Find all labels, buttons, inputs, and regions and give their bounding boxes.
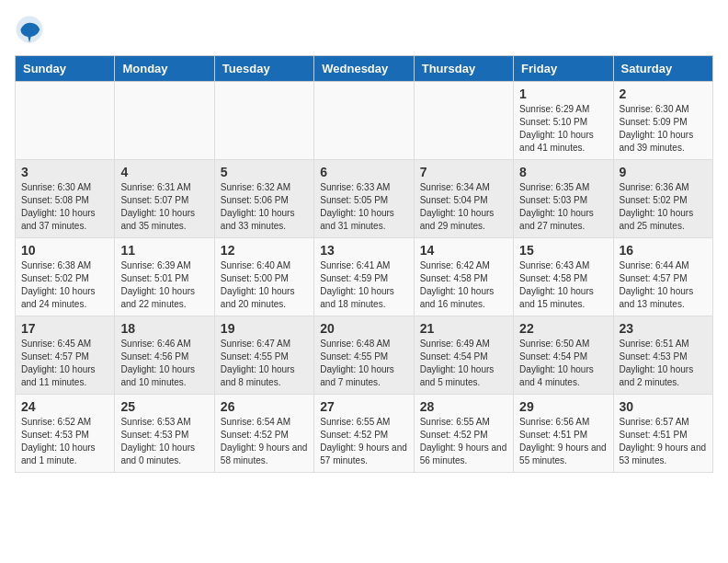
day-info: Sunrise: 6:42 AM Sunset: 4:58 PM Dayligh… [420,259,507,311]
calendar-cell: 7Sunrise: 6:34 AM Sunset: 5:04 PM Daylig… [414,160,513,238]
calendar-cell: 28Sunrise: 6:55 AM Sunset: 4:52 PM Dayli… [414,395,513,473]
day-info: Sunrise: 6:53 AM Sunset: 4:53 PM Dayligh… [120,416,208,467]
day-number: 6 [320,165,407,179]
calendar-cell [115,82,214,160]
day-header-friday: Friday [514,56,613,82]
day-info: Sunrise: 6:36 AM Sunset: 5:02 PM Dayligh… [620,181,707,233]
day-info: Sunrise: 6:55 AM Sunset: 4:52 PM Dayligh… [320,416,407,467]
calendar-cell: 22Sunrise: 6:50 AM Sunset: 4:54 PM Dayli… [514,316,613,395]
day-number: 7 [420,165,507,179]
day-number: 26 [221,399,308,414]
calendar-cell: 6Sunrise: 6:33 AM Sunset: 5:05 PM Daylig… [314,160,414,238]
day-info: Sunrise: 6:41 AM Sunset: 4:59 PM Dayligh… [320,259,407,311]
day-number: 16 [620,243,707,258]
day-info: Sunrise: 6:32 AM Sunset: 5:06 PM Dayligh… [221,181,308,233]
calendar-cell: 23Sunrise: 6:51 AM Sunset: 4:53 PM Dayli… [613,316,712,395]
day-number: 21 [420,321,507,336]
day-number: 25 [120,399,208,414]
calendar-cell: 17Sunrise: 6:45 AM Sunset: 4:57 PM Dayli… [16,316,115,395]
day-number: 1 [519,86,607,101]
calendar-cell [314,82,414,160]
day-header-saturday: Saturday [613,56,712,82]
calendar-cell: 2Sunrise: 6:30 AM Sunset: 5:09 PM Daylig… [613,82,712,160]
calendar-week-5: 24Sunrise: 6:52 AM Sunset: 4:53 PM Dayli… [16,395,713,473]
day-number: 5 [221,165,308,179]
day-number: 3 [21,165,108,179]
calendar-cell: 27Sunrise: 6:55 AM Sunset: 4:52 PM Dayli… [314,395,414,473]
day-info: Sunrise: 6:40 AM Sunset: 5:00 PM Dayligh… [221,259,308,311]
day-header-wednesday: Wednesday [314,56,414,82]
calendar-cell: 16Sunrise: 6:44 AM Sunset: 4:57 PM Dayli… [613,238,712,316]
calendar-cell: 4Sunrise: 6:31 AM Sunset: 5:07 PM Daylig… [115,160,214,238]
day-info: Sunrise: 6:31 AM Sunset: 5:07 PM Dayligh… [120,181,208,233]
day-number: 22 [519,321,607,336]
day-number: 18 [120,321,208,336]
day-info: Sunrise: 6:56 AM Sunset: 4:51 PM Dayligh… [519,416,607,467]
day-number: 8 [519,165,607,179]
day-number: 2 [620,86,707,101]
day-info: Sunrise: 6:47 AM Sunset: 4:55 PM Dayligh… [221,338,308,389]
page-header [15,15,713,44]
day-info: Sunrise: 6:54 AM Sunset: 4:52 PM Dayligh… [221,416,308,467]
calendar-cell: 10Sunrise: 6:38 AM Sunset: 5:02 PM Dayli… [16,238,115,316]
calendar-cell: 29Sunrise: 6:56 AM Sunset: 4:51 PM Dayli… [514,395,613,473]
day-info: Sunrise: 6:35 AM Sunset: 5:03 PM Dayligh… [519,181,607,233]
day-number: 12 [221,243,308,258]
calendar-header-row: SundayMondayTuesdayWednesdayThursdayFrid… [16,56,713,82]
day-info: Sunrise: 6:33 AM Sunset: 5:05 PM Dayligh… [320,181,407,233]
logo [15,15,48,44]
calendar-cell [214,82,313,160]
calendar-cell: 14Sunrise: 6:42 AM Sunset: 4:58 PM Dayli… [414,238,513,316]
day-info: Sunrise: 6:51 AM Sunset: 4:53 PM Dayligh… [620,338,707,389]
day-number: 24 [21,399,108,414]
calendar-cell: 8Sunrise: 6:35 AM Sunset: 5:03 PM Daylig… [514,160,613,238]
day-info: Sunrise: 6:48 AM Sunset: 4:55 PM Dayligh… [320,338,407,389]
day-info: Sunrise: 6:55 AM Sunset: 4:52 PM Dayligh… [420,416,507,467]
day-number: 15 [519,243,607,258]
calendar-cell [414,82,513,160]
day-info: Sunrise: 6:50 AM Sunset: 4:54 PM Dayligh… [519,338,607,389]
day-number: 28 [420,399,507,414]
calendar-cell: 9Sunrise: 6:36 AM Sunset: 5:02 PM Daylig… [613,160,712,238]
day-number: 30 [620,399,707,414]
day-info: Sunrise: 6:38 AM Sunset: 5:02 PM Dayligh… [21,259,108,311]
calendar-cell: 19Sunrise: 6:47 AM Sunset: 4:55 PM Dayli… [214,316,313,395]
day-info: Sunrise: 6:49 AM Sunset: 4:54 PM Dayligh… [420,338,507,389]
calendar-week-1: 1Sunrise: 6:29 AM Sunset: 5:10 PM Daylig… [16,82,713,160]
day-info: Sunrise: 6:45 AM Sunset: 4:57 PM Dayligh… [21,338,108,389]
day-number: 4 [120,165,208,179]
calendar-cell: 1Sunrise: 6:29 AM Sunset: 5:10 PM Daylig… [514,82,613,160]
day-info: Sunrise: 6:57 AM Sunset: 4:51 PM Dayligh… [620,416,707,467]
day-info: Sunrise: 6:39 AM Sunset: 5:01 PM Dayligh… [120,259,208,311]
day-info: Sunrise: 6:52 AM Sunset: 4:53 PM Dayligh… [21,416,108,467]
calendar-cell: 13Sunrise: 6:41 AM Sunset: 4:59 PM Dayli… [314,238,414,316]
logo-icon [15,15,44,44]
day-number: 13 [320,243,407,258]
calendar-week-3: 10Sunrise: 6:38 AM Sunset: 5:02 PM Dayli… [16,238,713,316]
calendar-cell [16,82,115,160]
day-header-sunday: Sunday [16,56,115,82]
day-info: Sunrise: 6:29 AM Sunset: 5:10 PM Dayligh… [519,103,607,155]
day-number: 19 [221,321,308,336]
day-number: 27 [320,399,407,414]
day-number: 10 [21,243,108,258]
calendar-cell: 12Sunrise: 6:40 AM Sunset: 5:00 PM Dayli… [214,238,313,316]
day-number: 9 [620,165,707,179]
day-info: Sunrise: 6:30 AM Sunset: 5:09 PM Dayligh… [620,103,707,155]
calendar-cell: 30Sunrise: 6:57 AM Sunset: 4:51 PM Dayli… [613,395,712,473]
day-number: 23 [620,321,707,336]
calendar-cell: 15Sunrise: 6:43 AM Sunset: 4:58 PM Dayli… [514,238,613,316]
day-info: Sunrise: 6:43 AM Sunset: 4:58 PM Dayligh… [519,259,607,311]
day-info: Sunrise: 6:30 AM Sunset: 5:08 PM Dayligh… [21,181,108,233]
calendar: SundayMondayTuesdayWednesdayThursdayFrid… [15,55,713,473]
day-number: 11 [120,243,208,258]
day-number: 29 [519,399,607,414]
day-info: Sunrise: 6:44 AM Sunset: 4:57 PM Dayligh… [620,259,707,311]
calendar-cell: 20Sunrise: 6:48 AM Sunset: 4:55 PM Dayli… [314,316,414,395]
calendar-cell: 24Sunrise: 6:52 AM Sunset: 4:53 PM Dayli… [16,395,115,473]
calendar-cell: 18Sunrise: 6:46 AM Sunset: 4:56 PM Dayli… [115,316,214,395]
calendar-week-4: 17Sunrise: 6:45 AM Sunset: 4:57 PM Dayli… [16,316,713,395]
day-number: 17 [21,321,108,336]
day-number: 14 [420,243,507,258]
calendar-cell: 26Sunrise: 6:54 AM Sunset: 4:52 PM Dayli… [214,395,313,473]
